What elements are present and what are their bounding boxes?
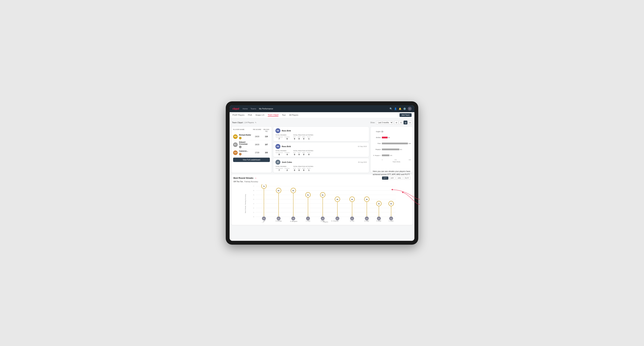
add-team-button[interactable]: Add Team (400, 113, 412, 117)
subnav-pga[interactable]: PGA (248, 114, 252, 116)
lb-col-player: PLAYER NAME (233, 129, 251, 132)
svg-text:BM: BM (278, 218, 280, 219)
pc-avatar-1: JC (276, 160, 280, 165)
nav-my-performance[interactable]: My Performance (259, 108, 273, 110)
card-view-btn[interactable]: ▤ (404, 121, 408, 124)
lb-header: PLAYER NAME PB SCORE PB AVG SQ (233, 129, 270, 132)
bar-fill-dbogeys (382, 155, 390, 156)
lb-badge-2: 2 (239, 146, 242, 148)
lb-score-3: 17/20 (253, 152, 262, 154)
pc-stat-row-1: Tournament 7 Practice 2 (276, 168, 290, 171)
svg-text:5x: 5x (322, 194, 324, 196)
player-cards-col: RB Rees Britt Total Rounds Tournament (273, 127, 369, 173)
bar-row-bogeys: Bogeys 311 (372, 148, 411, 151)
search-icon[interactable]: 🔍 (390, 107, 392, 110)
lb-name-wrap-2: Edward Crossman 2 (239, 141, 251, 148)
team-header: Team Clippd | 14 Players ✎ Show Last 3 m… (231, 120, 413, 125)
lb-row-3[interactable]: CA Cameron... 3 17/20 103 (233, 149, 270, 156)
lb-name-wrap-3: Cameron... 3 (239, 150, 251, 155)
bar-row-dbogeys: D. Bogeys + 131 (372, 154, 411, 157)
bar-row-birdies: Birdies 96 (372, 136, 411, 139)
settings-icon[interactable]: ⚙️ (403, 107, 406, 110)
svg-text:R. Butler: R. Butler (376, 220, 381, 222)
nav-teams[interactable]: Teams (250, 108, 256, 110)
table-view-btn[interactable]: ⊟ (408, 121, 412, 124)
nav-home[interactable]: Home (242, 108, 248, 110)
bar-value-pars: 499 (408, 143, 411, 144)
streaks-subtitle-ott: Off The Tee (234, 181, 243, 183)
bar-chart-card: Eagles 3 Birdies (371, 127, 413, 173)
filter-btn-arg[interactable]: ARG (396, 176, 403, 180)
pc-stat-group-rounds-1: Total Rounds Tournament 7 Practice (276, 166, 290, 171)
pc-name-1: Josh Coles (282, 161, 292, 163)
lb-col-score: PB SCORE (253, 129, 262, 132)
player-card-first: RB Rees Britt Total Rounds Tournament (273, 127, 369, 141)
pc-date-1: 26 Aug 2023 (358, 161, 367, 163)
pc-header-first: RB Rees Britt (276, 128, 367, 133)
pc-arg-0: ARG 0 (302, 152, 305, 156)
pc-stat-row-first: Tournament 7 Practice 6 (276, 136, 290, 140)
pc-date-0: 02 Sep 2023 (358, 146, 367, 147)
chart-x-title: Total Shots (372, 161, 411, 163)
bell-icon[interactable]: 🔔 (399, 107, 402, 110)
subnav-hcaps[interactable]: Hcaps 1-5 (256, 114, 264, 116)
lb-col-avg: PB AVG SQ (263, 129, 270, 132)
svg-text:B. McHarg: B. McHarg (276, 220, 282, 222)
nav-right: 🔍 👤 🔔 ⚙️ U (390, 107, 412, 111)
user-icon[interactable]: 👤 (394, 107, 397, 110)
lb-row-2[interactable]: EC Edward Crossman 2 18/20 107 (233, 140, 270, 149)
svg-text:C. Quick: C. Quick (389, 220, 394, 222)
svg-text:Players: Players (323, 221, 328, 223)
lb-score-2: 18/20 (253, 144, 262, 146)
pc-rounds-label-0: Total Rounds (276, 150, 290, 152)
svg-text:4: 4 (254, 198, 254, 200)
lb-row-1[interactable]: RB Richard Butler 1 19/20 110 (233, 133, 270, 140)
pc-tournament-0: Tournament 8 (276, 152, 283, 156)
pc-arg-1: ARG 0 (302, 168, 305, 171)
svg-text:3: 3 (254, 203, 254, 204)
sub-nav: PGAT Players PGA Hcaps 1-5 Team Clippd T… (230, 112, 414, 118)
lb-score-1: 19/20 (253, 136, 262, 138)
pc-stat-row-0: Tournament 8 Practice 4 (276, 152, 290, 156)
pc-avatar-0: RB (276, 144, 280, 149)
bar-value-birdies: 96 (388, 137, 390, 138)
bar-label-eagles: Eagles (372, 131, 381, 133)
pc-stats-0: Total Rounds Tournament 8 Practice (276, 150, 367, 156)
svg-text:5: 5 (254, 194, 254, 196)
bar-label-birdies: Birdies (372, 137, 381, 138)
view-full-leaderboard-button[interactable]: View Full Leaderboard (233, 158, 270, 162)
annotation-text: Here you can see streaks your players ha… (373, 170, 411, 176)
filter-btn-putt[interactable]: PUTT (404, 176, 411, 180)
filter-btn-ott[interactable]: OTT (382, 176, 388, 180)
bar-label-pars: Pars (372, 143, 381, 144)
subnav-tour[interactable]: Tour (282, 114, 286, 116)
lb-name-1: Richard Butler (239, 134, 251, 136)
subnav-all-players[interactable]: All Players (289, 114, 298, 116)
svg-text:D. Billingham: D. Billingham (290, 221, 297, 222)
list-view-btn[interactable]: ☰ (399, 121, 403, 124)
main-content: Team Clippd | 14 Players ✎ Show Last 3 m… (230, 118, 414, 241)
pc-ott-1: OTT 0 (293, 168, 296, 171)
svg-text:D. Ford: D. Ford (350, 220, 354, 222)
edit-icon[interactable]: ✎ (255, 122, 256, 124)
filter-btn-app[interactable]: APP (389, 176, 395, 180)
grid-view-btn[interactable]: ⊞ (394, 121, 398, 124)
svg-text:DB: DB (292, 218, 294, 219)
streaks-svg: Best Streak, Fairway Accuracy 7 6 5 4 3 (234, 184, 410, 223)
svg-text:7: 7 (254, 185, 254, 187)
nav-links: Home Teams My Performance (242, 108, 273, 110)
subnav-pgat[interactable]: PGAT Players (232, 114, 244, 116)
pc-activities-label-0: Total Practice Activities (293, 150, 313, 152)
pc-putt-0: PUTT 0 (307, 152, 311, 156)
svg-text:RB: RB (322, 218, 324, 219)
player-count: | 14 Players (244, 121, 254, 124)
svg-text:RB: RB (378, 218, 380, 219)
time-range-select[interactable]: Last 3 months (376, 121, 393, 124)
pc-name-0: Rees Britt (282, 145, 291, 148)
subnav-team-clippd[interactable]: Team Clippd (268, 114, 278, 117)
lb-badge-3: 3 (239, 153, 242, 155)
avatar[interactable]: U (408, 107, 412, 111)
x-label-0: 0 (382, 159, 382, 161)
pc-arg-first: ARG 0 (302, 136, 305, 140)
svg-text:EC: EC (336, 218, 338, 219)
